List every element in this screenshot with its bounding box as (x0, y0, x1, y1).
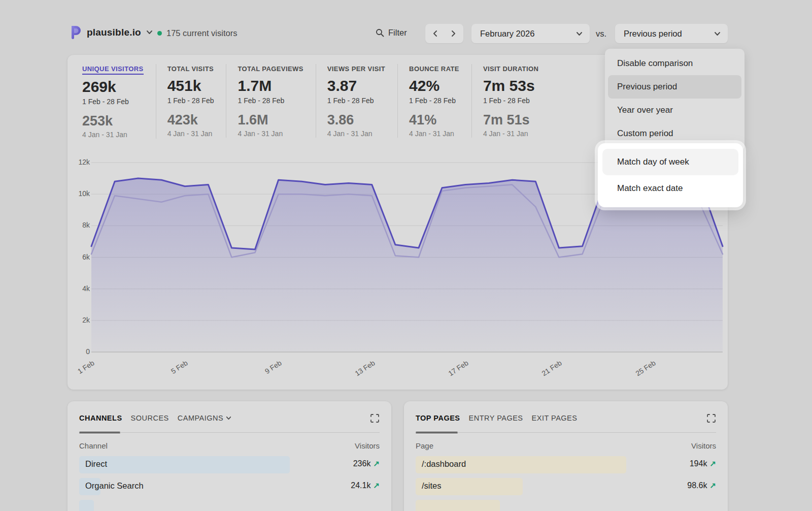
channels-column-headers: Channel Visitors (79, 441, 380, 450)
stat-label: VIEWS PER VISIT (327, 65, 385, 74)
stat-total-pageviews[interactable]: TOTAL PAGEVIEWS 1.7M 1 Feb - 28 Feb 1.6M… (238, 64, 316, 138)
period-nav-group (425, 24, 463, 43)
live-dot-icon (157, 31, 162, 36)
stat-value: 3.87 (327, 78, 385, 94)
tab-entry-pages[interactable]: ENTRY PAGES (469, 414, 523, 422)
comparison-label: Previous period (624, 29, 682, 39)
tabs-divider (79, 432, 380, 433)
chevron-left-icon (432, 30, 437, 37)
x-tick-label: 1 Feb (64, 359, 95, 383)
previous-period-arrow-button[interactable] (430, 28, 439, 39)
visitors-count: 194k (690, 459, 707, 468)
stat-value: 1.7M (238, 78, 303, 94)
expand-panel-icon[interactable] (706, 413, 716, 425)
stat-label: BOUNCE RATE (409, 65, 459, 74)
stat-bounce-rate[interactable]: BOUNCE RATE 42% 1 Feb - 28 Feb 41% 4 Jan… (409, 64, 472, 138)
y-tick-label: 10k (67, 189, 90, 198)
tab-channels[interactable]: CHANNELS (79, 414, 122, 422)
stat-prev-period: 4 Jan - 31 Jan (483, 130, 538, 138)
filter-label: Filter (388, 28, 407, 38)
stat-value: 7m 53s (483, 78, 538, 94)
page-name[interactable]: /:dashboard (422, 459, 466, 469)
chevron-down-icon (576, 31, 583, 36)
x-tick-label: 5 Feb (158, 359, 189, 383)
stat-period: 1 Feb - 28 Feb (409, 97, 459, 105)
stat-unique-visitors[interactable]: UNIQUE VISITORS 269k 1 Feb - 28 Feb 253k… (82, 64, 156, 139)
tab-sources[interactable]: SOURCES (131, 414, 169, 422)
stat-period: 1 Feb - 28 Feb (483, 97, 538, 105)
trend-up-arrow-icon: ↗ (709, 459, 716, 468)
search-icon (376, 28, 384, 37)
channel-row-organic-search[interactable]: Organic Search 24.1k ↗ (79, 476, 380, 498)
stat-label: TOTAL PAGEVIEWS (238, 65, 303, 74)
visitors-count: 236k (353, 459, 371, 468)
tab-top-pages[interactable]: TOP PAGES (416, 414, 460, 422)
page-row-dashboard[interactable]: /:dashboard 194k ↗ (416, 454, 716, 476)
date-range-label: February 2026 (480, 29, 534, 39)
channel-name[interactable]: Organic Search (85, 481, 144, 491)
channel-row-direct[interactable]: Direct 236k ↗ (79, 454, 380, 476)
comparison-select[interactable]: Previous period (615, 24, 728, 43)
stat-prev-value: 253k (82, 114, 144, 128)
stat-period: 1 Feb - 28 Feb (238, 97, 303, 105)
page-visitors: 194k ↗ (690, 459, 716, 468)
column-visitors: Visitors (691, 441, 716, 450)
trend-up-arrow-icon: ↗ (709, 481, 716, 490)
channels-tabs: CHANNELS SOURCES CAMPAIGNS (79, 414, 231, 422)
stat-period: 1 Feb - 28 Feb (82, 98, 144, 106)
channel-row-partial (79, 498, 380, 511)
y-tick-label: 2k (67, 316, 90, 324)
site-name: plausible.io (87, 27, 141, 38)
trend-up-arrow-icon: ↗ (373, 481, 380, 490)
popup-item-match-exact-date[interactable]: Match exact date (602, 175, 738, 202)
menu-item-disable-comparison[interactable]: Disable comparison (608, 52, 741, 75)
filter-button[interactable]: Filter (376, 28, 407, 38)
y-tick-label: 0 (67, 347, 90, 356)
visitors-count: 24.1k (351, 481, 370, 490)
next-period-arrow-button[interactable] (449, 28, 458, 39)
menu-item-previous-period[interactable]: Previous period (608, 75, 741, 99)
y-tick-label: 8k (67, 221, 90, 229)
page-visitors: 98.6k ↗ (687, 481, 716, 490)
x-tick-label: 9 Feb (251, 359, 283, 383)
plausible-logo-icon (70, 25, 82, 39)
stat-label: UNIQUE VISITORS (82, 65, 144, 75)
column-visitors: Visitors (355, 441, 380, 450)
popup-item-match-day-of-week[interactable]: Match day of week (602, 149, 738, 175)
stat-value: 269k (82, 79, 144, 95)
menu-item-custom-period[interactable]: Custom period (608, 122, 741, 145)
page-name[interactable]: /sites (422, 481, 442, 491)
stat-prev-period: 4 Jan - 31 Jan (238, 130, 303, 138)
channel-bar (79, 500, 94, 511)
stat-period: 1 Feb - 28 Feb (167, 97, 214, 105)
channel-visitors: 24.1k ↗ (351, 481, 380, 490)
expand-panel-icon[interactable] (370, 413, 380, 425)
y-tick-label: 4k (67, 284, 90, 293)
channel-visitors: 236k ↗ (353, 459, 380, 468)
chevron-down-icon (146, 30, 153, 35)
current-visitors-label: 175 current visitors (166, 28, 237, 38)
y-tick-label: 12k (67, 158, 90, 166)
page-bar (416, 500, 500, 511)
y-tick-label: 6k (67, 253, 90, 261)
chevron-right-icon (451, 30, 456, 37)
date-range-select[interactable]: February 2026 (471, 24, 590, 43)
stat-views-per-visit[interactable]: VIEWS PER VISIT 3.87 1 Feb - 28 Feb 3.86… (327, 64, 398, 138)
site-switcher[interactable]: plausible.io (70, 25, 153, 39)
tab-campaigns[interactable]: CAMPAIGNS (178, 414, 231, 422)
page-row-sites[interactable]: /sites 98.6k ↗ (416, 476, 716, 498)
stat-visit-duration[interactable]: VISIT DURATION 7m 53s 1 Feb - 28 Feb 7m … (483, 64, 551, 138)
x-tick-label: 25 Feb (625, 359, 657, 383)
stat-total-visits[interactable]: TOTAL VISITS 451k 1 Feb - 28 Feb 423k 4 … (167, 64, 227, 138)
stat-prev-value: 41% (409, 113, 459, 127)
channel-bar (79, 456, 290, 473)
pages-column-headers: Page Visitors (416, 441, 716, 450)
tab-exit-pages[interactable]: EXIT PAGES (532, 414, 578, 422)
column-channel: Channel (79, 441, 108, 450)
channels-panel: CHANNELS SOURCES CAMPAIGNS Channel Visit… (67, 401, 391, 511)
stat-prev-period: 4 Jan - 31 Jan (82, 131, 144, 139)
stat-prev-period: 4 Jan - 31 Jan (167, 130, 214, 138)
menu-item-year-over-year[interactable]: Year over year (608, 99, 741, 122)
current-visitors[interactable]: 175 current visitors (157, 28, 237, 38)
channel-name[interactable]: Direct (85, 459, 107, 469)
